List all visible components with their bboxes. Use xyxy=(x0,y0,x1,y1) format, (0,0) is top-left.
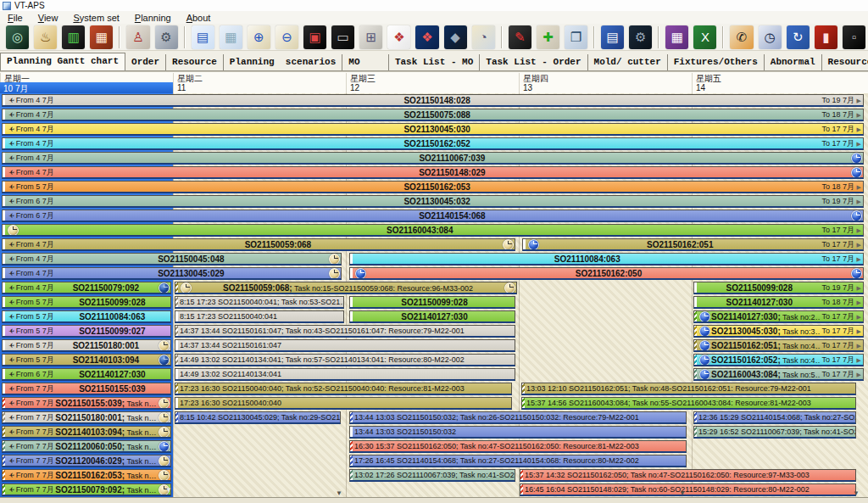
excel-icon[interactable]: X xyxy=(693,25,716,49)
gantt-bar[interactable]: ✈From 7 7月SO21140103:094; Task n… xyxy=(2,426,171,439)
gantt-bar[interactable]: ✈From 4 7月SO21150075:088To 18 7月 ▶ xyxy=(2,109,864,121)
gantt-bar[interactable]: ✈From 6 7月SO21130045:032To 19 7月 ▶ xyxy=(2,195,864,208)
gantt-bar[interactable]: SO21140127:030 xyxy=(349,310,515,323)
calendar-icon[interactable]: ▦ xyxy=(90,25,113,49)
gantt-bar[interactable]: ✈From 7 7月SO21120060:050; Task n… xyxy=(2,440,171,453)
scanner-icon[interactable]: ▭ xyxy=(331,25,354,49)
gantt-bar[interactable]: SO21150162:050 xyxy=(349,267,864,280)
scroll-down-icon[interactable]: ▼ xyxy=(336,490,342,497)
gantt-bar[interactable]: 17:23 16:30 SO21150040:040; Task no:52-S… xyxy=(175,383,512,395)
zoom-in-icon[interactable]: ⊕ xyxy=(248,25,270,49)
gantt-bar[interactable]: ✈From 4 7月SO21130045:029 xyxy=(2,267,342,280)
menu-file[interactable]: File xyxy=(0,13,31,23)
gantt-bar[interactable]: ✈From 7 7月SO21150162:053; Task n… xyxy=(2,469,171,482)
folder-icon[interactable]: ▤ xyxy=(601,25,624,49)
tab-mo[interactable]: MO xyxy=(342,54,389,70)
tab-task-list-mo[interactable]: Task List - MO xyxy=(389,54,480,70)
gantt-bar[interactable]: SO21150059:068; Task no:15-SO21150059:06… xyxy=(175,282,517,294)
gantt-bar[interactable]: SO21110084:063To 17 7月 ▶ xyxy=(349,253,864,265)
menu-view[interactable]: View xyxy=(31,13,66,23)
computer-list-icon[interactable]: ⊞ xyxy=(359,25,382,49)
gantt-bar[interactable]: 13:44 13:03 SO21150150:032; Task no:26-S… xyxy=(349,411,687,424)
tab-resource[interactable]: Resource xyxy=(166,54,224,70)
tab-planning-gantt-chart[interactable]: Planning Gantt chart xyxy=(0,53,125,70)
gantt-bar[interactable]: 12:36 15:29 SO21140154:068; Task no:27-S… xyxy=(693,411,856,424)
gantt-bar[interactable]: 8:15 10:42 SO21130045:029; Task no:29-SO… xyxy=(175,411,341,424)
gantt-bar[interactable]: 16:45 16:04 SO21150148:029; Task no:60-S… xyxy=(520,483,856,496)
gantt-bar[interactable]: ✈From 7 7月SO21150155:039 xyxy=(2,383,171,395)
scroll-down-icon[interactable]: ▼ xyxy=(165,487,172,494)
gantt-bar[interactable]: SO21150099:028 xyxy=(349,296,515,309)
gantt-bar[interactable]: ✈From 7 7月SO21120046:029; Task n… xyxy=(2,455,171,467)
tab-mold-cutter[interactable]: Mold/ cutter xyxy=(588,54,668,70)
gantt-bar[interactable]: ✈From 4 7月SO21150148:028To 19 7月 ▶ xyxy=(2,94,864,107)
gantt-bar[interactable]: SO21160043:084To 17 7月 ▶ xyxy=(2,224,864,237)
grid-refresh-icon[interactable]: ↻ xyxy=(787,25,810,49)
phone-icon[interactable]: ✆ xyxy=(730,25,753,49)
floppy-icon[interactable]: ▫ xyxy=(843,25,865,49)
gantt-bar[interactable]: ✈From 5 7月SO21150099:027 xyxy=(2,325,171,338)
gantt-bar[interactable]: ✈From 4 7月SO21150079:092 xyxy=(2,282,171,294)
date-cell[interactable]: 12 xyxy=(346,82,519,94)
tab-resource-load[interactable]: Resource load xyxy=(822,54,868,70)
date-cell[interactable]: 11 xyxy=(173,82,346,94)
tab-abnormal[interactable]: Abnormal xyxy=(765,54,822,70)
gantt-bar[interactable]: ✈From 5 7月SO21150180:001 xyxy=(2,339,171,352)
gantt-bar[interactable]: 8:15 17:23 SO21150040:041 xyxy=(175,310,344,323)
scroll-down-icon[interactable]: ▼ xyxy=(853,490,860,497)
gantt-bar[interactable]: 16:30 15:37 SO21150162:050; Task no:47-S… xyxy=(349,440,687,453)
gantt-bar[interactable]: ✈From 6 7月SO21140127:030 xyxy=(2,368,171,381)
alarm-clock-icon[interactable]: ◷ xyxy=(759,25,782,49)
gantt-bar[interactable]: ✈From 4 7月SO21150162:052To 17 7月 ▶ xyxy=(2,137,864,150)
gantt-bar[interactable]: ✈From 6 7月SO21140154:068 xyxy=(2,210,864,222)
dark-gear-icon[interactable]: ⚙ xyxy=(629,25,652,49)
gears-icon[interactable]: ⚙ xyxy=(155,25,178,49)
gantt-bar[interactable]: 14:37 13:44 SO21150161:047 xyxy=(175,339,515,352)
gantt-bar[interactable]: 13:02 17:26 SO21110067:039; Task no:41-S… xyxy=(349,469,515,482)
gantt-bar[interactable]: 13:44 13:03 SO21150150:032 xyxy=(349,426,687,439)
date-cell[interactable]: 10 7月 xyxy=(0,82,173,94)
tiles-icon[interactable]: ❖ xyxy=(387,25,410,49)
gantt-icon[interactable]: ▤ xyxy=(192,25,214,49)
menu-planning[interactable]: Planning xyxy=(127,13,179,23)
gantt-bar[interactable]: SO21150162:052; Task no:4…To 17 7月 ▶ xyxy=(693,354,864,366)
gantt-bar[interactable]: 15:37 14:32 SO21150162:050; Task no:47-S… xyxy=(520,469,856,482)
gantt-bar[interactable]: ✈From 4 7月SO21110067:039 xyxy=(2,152,864,165)
tab-planning-scenarios[interactable]: Planning scenarios xyxy=(224,54,342,70)
gantt-bar[interactable]: 15:29 16:52 SO21110067:039; Task no:41-S… xyxy=(693,426,856,439)
gantt-bar[interactable]: 14:49 13:02 SO21140134:041 xyxy=(175,368,515,381)
gantt-bar[interactable]: SO21140127:030To 18 7月 ▶ xyxy=(693,296,864,309)
dark-calendar-icon[interactable]: ▣ xyxy=(303,25,326,49)
gantt-bar[interactable]: 17:23 16:30 SO21150040:040 xyxy=(175,397,512,410)
gantt-bar[interactable]: SO21150162:051To 17 7月 ▶ xyxy=(522,238,864,251)
gantt-bar[interactable]: ✈From 5 7月SO21140103:094 xyxy=(2,354,171,366)
gantt-bar[interactable]: ✈From 5 7月SO21150162:053To 18 7月 ▶ xyxy=(2,181,864,193)
date-cell[interactable]: 14 xyxy=(692,82,868,94)
tab-order[interactable]: Order xyxy=(125,54,166,70)
gantt-bar[interactable]: ✈From 5 7月SO21110084:063 xyxy=(2,310,171,323)
gantt-bar[interactable]: ✈From 4 7月SO21150045:048 xyxy=(2,253,342,265)
gantt-bar[interactable]: SO21150099:028To 19 7月 ▶ xyxy=(693,282,864,294)
sheet-chart-icon[interactable]: ▦ xyxy=(220,25,242,49)
scroll-down-icon[interactable]: ▼ xyxy=(679,490,686,497)
gantt-bar[interactable]: 13:03 12:10 SO21150162:051; Task no:48-S… xyxy=(521,383,856,395)
shield-icon[interactable]: ◆ xyxy=(444,25,467,49)
export-window-icon[interactable]: ❐ xyxy=(565,25,587,49)
gantt-bar[interactable]: 15:37 14:56 SO21160043:084; Task no:55-S… xyxy=(521,397,856,410)
gantt-bar[interactable]: ✈From 4 7月SO21150148:029 xyxy=(2,166,864,179)
dark-tiles-icon[interactable]: ❖ xyxy=(415,25,438,49)
date-cell[interactable]: 13 xyxy=(519,82,692,94)
schedule-grid-icon[interactable]: ▦ xyxy=(665,25,688,49)
gantt-bar[interactable]: ✈From 4 7月SO21130045:030To 17 7月 ▶ xyxy=(2,123,864,136)
tea-icon[interactable]: ♨ xyxy=(34,25,57,49)
gantt-bar[interactable]: SO21130045:030; Task no:3…To 17 7月 ▶ xyxy=(693,325,864,338)
gantt-bar[interactable]: 8:15 17:23 SO21150040:041; Task no:53-SO… xyxy=(175,296,344,309)
menu-about[interactable]: About xyxy=(179,13,219,23)
tab-fixtures-others[interactable]: Fixtures/Others xyxy=(668,54,765,70)
gantt-bar[interactable]: 14:37 13:44 SO21150161:047; Task no:43-S… xyxy=(175,325,515,338)
gantt-bar[interactable]: ✈From 7 7月SO21150180:001; Task n… xyxy=(2,411,171,424)
gantt-bar[interactable]: ✈From 4 7月SO21150059:068 xyxy=(2,238,515,251)
gantt-bar[interactable]: SO21140127:030; Task no:2…To 17 7月 ▶ xyxy=(693,310,864,323)
gantt-bar[interactable]: 17:26 16:45 SO21140154:068; Task no:27-S… xyxy=(349,455,687,467)
tab-task-list-order[interactable]: Task List - Order xyxy=(480,54,587,70)
